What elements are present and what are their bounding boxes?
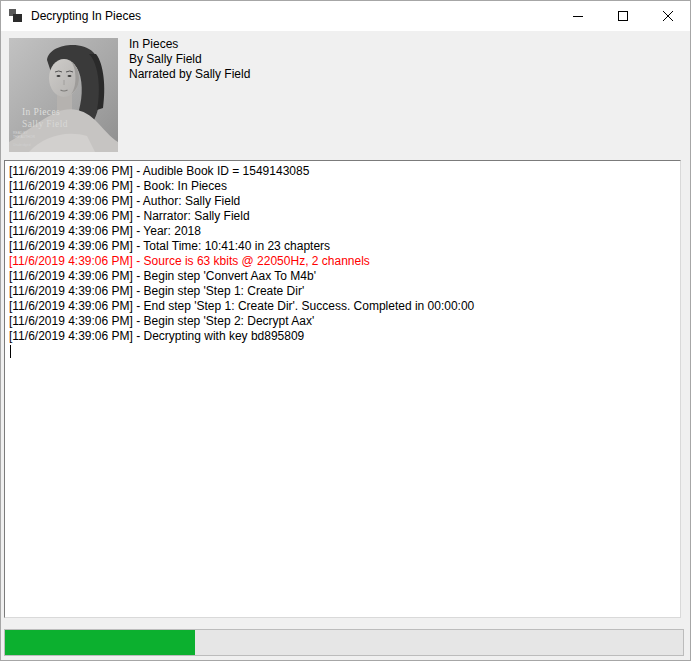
app-window: Decrypting In Pieces [0,0,691,661]
log-line: [11/6/2019 4:39:06 PM] - Year: 2018 [9,224,676,239]
book-narrator: Narrated by Sally Field [129,67,250,82]
maximize-icon [617,10,629,22]
book-author: By Sally Field [129,52,250,67]
log-line: [11/6/2019 4:39:06 PM] - Author: Sally F… [9,194,676,209]
cover-badge-line3: Unabridged [13,143,31,147]
log-textbox[interactable]: [11/6/2019 4:39:06 PM] - Audible Book ID… [4,160,681,618]
title-bar[interactable]: Decrypting In Pieces [1,1,690,31]
log-line: [11/6/2019 4:39:06 PM] - Narrator: Sally… [9,209,676,224]
log-line: [11/6/2019 4:39:06 PM] - Audible Book ID… [9,164,676,179]
close-icon [662,10,674,22]
log-line: [11/6/2019 4:39:06 PM] - Begin step 'Ste… [9,284,676,299]
log-line: [11/6/2019 4:39:06 PM] - Begin step 'Ste… [9,314,676,329]
text-caret [10,345,11,358]
log-line: [11/6/2019 4:39:06 PM] - Book: In Pieces [9,179,676,194]
log-line: [11/6/2019 4:39:06 PM] - End step 'Step … [9,299,676,314]
progress-bar [4,629,684,656]
cover-author-text: Sally Field [22,119,68,129]
log-lines: [11/6/2019 4:39:06 PM] - Audible Book ID… [9,164,676,344]
window-controls [555,1,690,31]
cover-title-text: In Pieces [22,107,60,117]
window-title: Decrypting In Pieces [31,9,141,23]
minimize-icon [572,10,584,22]
book-info: In Pieces By Sally Field Narrated by Sal… [129,37,250,82]
log-line: [11/6/2019 4:39:06 PM] - Begin step 'Con… [9,269,676,284]
progress-fill [5,630,195,655]
app-icon [9,9,23,23]
cover-badge-line2: THE AUTHOR [13,135,35,139]
book-title: In Pieces [129,37,250,52]
close-button[interactable] [645,1,690,31]
log-line: [11/6/2019 4:39:06 PM] - Source is 63 kb… [9,254,676,269]
log-line: [11/6/2019 4:39:06 PM] - Total Time: 10:… [9,239,676,254]
maximize-button[interactable] [600,1,645,31]
log-line: [11/6/2019 4:39:06 PM] - Decrypting with… [9,329,676,344]
book-cover-image: In Pieces Sally Field READ BY THE AUTHOR… [9,38,118,152]
minimize-button[interactable] [555,1,600,31]
